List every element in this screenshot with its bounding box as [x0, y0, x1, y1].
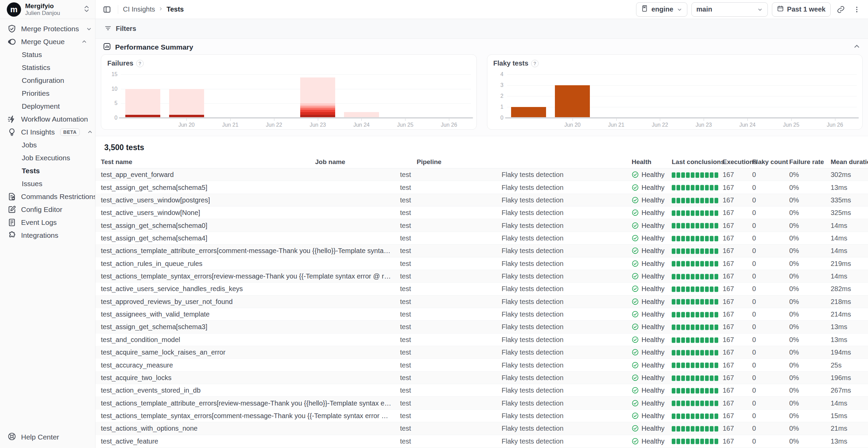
sidebar-item-jobs[interactable]: Jobs [3, 139, 92, 151]
sidebar-item-merge-queue[interactable]: Merge Queue [3, 35, 92, 48]
table-row[interactable]: test_actions_template_attribute_errors[r… [101, 397, 868, 409]
conclusion-square [700, 223, 704, 229]
conclusion-square [686, 223, 690, 229]
conclusion-square [700, 363, 704, 368]
pipeline-cell: Flaky tests detection [502, 412, 563, 420]
table-row[interactable]: test_assign_get_schema[schema0]testFlaky… [101, 219, 868, 232]
sidebar-item-event-logs[interactable]: Event Logs [3, 216, 92, 229]
table-row[interactable]: test_approved_reviews_by_user_not_foundt… [101, 295, 868, 308]
conclusion-square [715, 261, 718, 267]
chart-plot: 01234Jun 20Jun 21Jun 22Jun 23Jun 24Jun 2… [507, 74, 857, 118]
sidebar-item-job-executions[interactable]: Job Executions [3, 151, 92, 164]
table-row[interactable]: test_active_users_window[None]testFlaky … [101, 207, 868, 219]
sidebar-item-merge-protections[interactable]: Merge Protections [3, 22, 92, 35]
sidebar-item-integrations[interactable]: Integrations [3, 229, 92, 242]
conclusion-square [686, 287, 690, 292]
sidebar-item-configuration[interactable]: Configuration [3, 74, 92, 87]
app-root: m Mergifyio Julien Danjou Merge Protecti… [0, 0, 868, 448]
conclusion-square [691, 350, 694, 355]
sidebar-item-commands-restrictions[interactable]: Commands Restrictions [3, 190, 92, 203]
table-row[interactable]: test_action_events_stored_in_dbtestFlaky… [101, 384, 868, 397]
help-tooltip-icon[interactable]: ? [136, 60, 144, 67]
conclusion-square [705, 363, 709, 368]
conclusion-square [686, 363, 690, 368]
conclusion-square [700, 426, 704, 432]
conclusion-square [710, 413, 713, 419]
table-row[interactable]: test_assignees_with_valid_templatetestFl… [101, 308, 868, 321]
failure-rate-cell: 0% [789, 437, 799, 445]
table-row[interactable]: test_actions_template_syntax_errors[revi… [101, 270, 868, 283]
help-center-link[interactable]: Help Center [0, 426, 95, 448]
sidebar-item-label: Config Editor [21, 205, 88, 214]
table-row[interactable]: test_accuracy_measuretestFlaky tests det… [101, 359, 868, 371]
table-row[interactable]: test_assign_get_schema[schema5]testFlaky… [101, 181, 868, 194]
conclusion-square [695, 236, 699, 241]
mean-duration-cell: 21ms [831, 425, 847, 432]
flaky-count-cell: 0 [752, 171, 756, 179]
table-row[interactable]: test_and_condition_modeltestFlaky tests … [101, 334, 868, 346]
conclusion-square [672, 172, 675, 178]
table-row[interactable]: test_assign_get_schema[schema4]testFlaky… [101, 232, 868, 245]
sidebar-item-statistics[interactable]: Statistics [3, 61, 92, 74]
sidebar-item-workflow-automation[interactable]: Workflow Automation [3, 113, 92, 126]
conclusion-square [700, 388, 704, 394]
table-row[interactable]: test_actions_template_attribute_errors[c… [101, 245, 868, 257]
help-tooltip-icon[interactable]: ? [531, 60, 539, 67]
mergify-logo: m [7, 2, 21, 17]
collapse-section-icon[interactable] [853, 43, 861, 52]
health-cell: Healthy [632, 437, 665, 445]
conclusion-square [700, 236, 704, 241]
more-options-icon[interactable] [851, 4, 863, 15]
conclusion-square [710, 249, 713, 254]
share-link-icon[interactable] [835, 3, 847, 16]
conclusion-square [715, 198, 718, 203]
conclusion-square [672, 375, 675, 381]
table-row[interactable]: test_active_featuretestFlaky tests detec… [101, 435, 868, 448]
flaky-count-cell: 0 [752, 425, 756, 432]
failure-rate-cell: 0% [789, 285, 799, 293]
repository-picker[interactable]: engine [636, 2, 687, 17]
table-row[interactable]: test_assign_get_schema[schema3]testFlaky… [101, 321, 868, 333]
branch-picker-label: main [697, 5, 712, 13]
sidebar-toggle-icon[interactable] [101, 3, 113, 16]
table-row[interactable]: test_active_users_window[postgres]testFl… [101, 194, 868, 207]
date-range-picker[interactable]: Past 1 week [772, 2, 831, 17]
sidebar-item-tests[interactable]: Tests [3, 164, 92, 177]
table-row[interactable]: test_app_event_forwardtestFlaky tests de… [101, 168, 868, 181]
sidebar-item-config-editor[interactable]: Config Editor [3, 203, 92, 216]
y-axis-label: 1 [501, 104, 504, 110]
table-row[interactable]: test_acquire_two_lockstestFlaky tests de… [101, 372, 868, 384]
conclusion-square [710, 198, 713, 203]
conclusion-square [676, 325, 680, 330]
table-row[interactable]: test_actions_with_options_nonetestFlaky … [101, 422, 868, 435]
branch-picker[interactable]: main [691, 2, 768, 17]
sidebar-item-status[interactable]: Status [3, 48, 92, 61]
table-row[interactable]: test_action_rules_in_queue_rulestestFlak… [101, 257, 868, 270]
conclusion-square [691, 312, 694, 317]
test-name-cell: test_actions_template_syntax_errors[revi… [101, 272, 393, 280]
breadcrumb-parent[interactable]: CI Insights [123, 5, 155, 13]
sidebar-item-priorities[interactable]: Priorities [3, 87, 92, 100]
last-conclusions-cell [672, 183, 719, 191]
test-name-cell: test_active_feature [101, 437, 158, 445]
table-row[interactable]: test_acquire_same_lock_raises_an_errorte… [101, 346, 868, 359]
conclusion-square [705, 337, 709, 343]
org-switcher[interactable]: m Mergifyio Julien Danjou [0, 0, 95, 19]
chart-bar [555, 85, 590, 118]
sidebar-item-label: Merge Queue [21, 38, 74, 46]
filters-button[interactable]: Filters [116, 25, 136, 33]
conclusion-square [672, 426, 675, 432]
conclusion-square [715, 337, 718, 343]
sidebar-item-issues[interactable]: Issues [3, 177, 92, 190]
conclusion-square [676, 337, 680, 343]
health-check-icon [632, 222, 639, 229]
table-row[interactable]: test_active_users_service_handles_redis_… [101, 283, 868, 295]
sidebar-item-ci-insights[interactable]: CI InsightsBETA [3, 126, 92, 139]
conclusion-square [715, 325, 718, 330]
conclusion-square [676, 210, 680, 216]
sidebar-item-deployment[interactable]: Deployment [3, 100, 92, 113]
health-check-icon [632, 247, 639, 254]
conclusion-square [695, 312, 699, 317]
table-row[interactable]: test_actions_template_syntax_errors[comm… [101, 410, 868, 422]
conclusion-square [686, 261, 690, 267]
